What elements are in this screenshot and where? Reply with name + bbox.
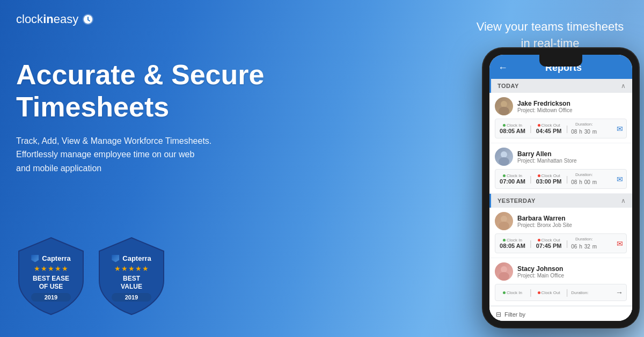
badges-container: Capterra ★★★★★ BEST EASE OF USE 2019 Cap…	[16, 235, 166, 316]
right-header-line1: View your teams timesheets	[477, 20, 624, 33]
arrow-icon-stacy[interactable]: →	[616, 288, 623, 297]
dot-green-icon	[503, 124, 506, 127]
email-icon-barbara[interactable]: ✉	[617, 239, 623, 248]
clockout-label-barry: Clock Out	[538, 173, 560, 178]
project-barry: Project: Manhattan Store	[517, 158, 577, 164]
divider-7: |	[530, 288, 532, 297]
info-jake: Jake Fredrickson Project: Midtown Office	[517, 100, 573, 113]
duration-value-barbara: 06 h 32 m	[571, 241, 597, 250]
duration-label-barbara: Duration:	[575, 237, 592, 241]
duration-barbara: Duration: 06 h 32 m	[571, 237, 597, 250]
duration-label-jake: Duration:	[575, 122, 592, 127]
badge-best-ease: Capterra ★★★★★ BEST EASE OF USE 2019	[16, 235, 86, 316]
svg-point-3	[499, 157, 509, 166]
divider-3: |	[530, 175, 532, 184]
info-stacy: Stacy Johnson Project: Main Office	[517, 265, 564, 279]
card-top-stacy: Stacy Johnson Project: Main Office	[495, 262, 627, 281]
section-yesterday: YESTERDAY ∧	[489, 194, 632, 208]
clockout-label-jake: Clock Out	[538, 123, 560, 128]
filter-icon: ⊟	[496, 311, 501, 318]
clockin-barry: Clock In 07:00 AM	[499, 173, 526, 185]
capterra-flag-icon-2	[112, 255, 119, 262]
avatar-barbara	[495, 212, 513, 230]
section-yesterday-label: YESTERDAY	[497, 197, 536, 204]
logo-text-start: clock	[16, 12, 43, 26]
capterra-flag-icon-1	[31, 255, 39, 262]
main-container: clockineasy Accurate & Secure Timesheets…	[0, 0, 644, 337]
duration-jake: Duration: 08 h 30 m	[571, 122, 597, 135]
back-button[interactable]: ←	[498, 62, 508, 74]
capterra-text-2: Capterra	[122, 254, 151, 262]
section-yesterday-chevron[interactable]: ∧	[621, 197, 626, 204]
filter-bar: ⊟ Filter by	[489, 306, 632, 321]
badge-title-2b: VALUE	[112, 283, 151, 290]
section-today-chevron[interactable]: ∧	[621, 82, 626, 90]
divider-8: |	[566, 288, 568, 297]
duration-stacy: Duration:	[571, 290, 588, 295]
svg-point-7	[499, 272, 509, 281]
filter-text: Filter by	[504, 311, 525, 318]
divider-4: |	[566, 175, 568, 184]
badge-content-2: Capterra ★★★★★ BEST VALUE 2019	[112, 249, 151, 302]
clockin-label-stacy: Clock In	[503, 290, 522, 295]
email-icon-jake[interactable]: ✉	[617, 124, 623, 133]
badge-logo-1: Capterra	[31, 254, 70, 262]
clockout-time-barbara: 07:45 PM	[536, 243, 562, 249]
badge-title-2: BEST	[112, 275, 151, 282]
divider-5: |	[530, 239, 532, 248]
badge-best-value: Capterra ★★★★★ BEST VALUE 2019	[97, 235, 166, 316]
clockin-label-jake: Clock In	[503, 123, 522, 128]
clockout-label-stacy: Clock Out	[538, 290, 560, 295]
duration-barry: Duration: 08 h 00 m	[571, 172, 597, 186]
badge-title-1: BEST EASE	[31, 275, 70, 282]
badge-year-2: 2019	[112, 293, 151, 302]
avatar-barry	[495, 148, 513, 166]
project-stacy: Project: Main Office	[517, 273, 564, 279]
name-barry: Barry Allen	[517, 150, 577, 158]
info-barbara: Barbara Warren Project: Bronx Job Site	[517, 215, 572, 228]
hero-subtitle: Track, Add, View & Manage Workforce Time…	[16, 134, 220, 175]
project-barbara: Project: Bronx Job Site	[517, 222, 572, 228]
logo-text-bold: in	[43, 12, 54, 26]
avatar-stacy	[495, 262, 513, 281]
logo-text-end: easy	[54, 12, 78, 26]
section-today: TODAY ∧	[489, 79, 632, 93]
clockout-time-jake: 04:45 PM	[536, 128, 562, 134]
card-top-barbara: Barbara Warren Project: Bronx Job Site	[495, 212, 627, 230]
clockout-barbara: Clock Out 07:45 PM	[535, 238, 563, 249]
duration-value-jake: 08 h 30 m	[571, 127, 597, 135]
divider-6: |	[566, 239, 568, 248]
duration-value-barry: 08 h 00 m	[571, 177, 597, 186]
times-barry: Clock In 07:00 AM | Clock Out 03:00 PM	[495, 169, 627, 189]
dot-red-icon	[538, 124, 540, 127]
dot-red-icon-3	[538, 239, 540, 241]
logo-text: clockineasy	[16, 12, 78, 26]
badge-logo-2: Capterra	[112, 254, 151, 262]
svg-point-1	[499, 107, 509, 115]
badge-title-1b: OF USE	[31, 283, 70, 290]
app-content: TODAY ∧ Jake Fredrickson	[489, 79, 632, 321]
times-jake: Clock In 08:05 AM | Clock Out 04:45 PM	[495, 119, 627, 138]
avatar-jake	[495, 97, 513, 115]
svg-point-0	[501, 101, 507, 107]
badge-stars-1: ★★★★★	[31, 265, 70, 273]
capterra-text-1: Capterra	[42, 254, 70, 262]
svg-point-5	[499, 222, 509, 230]
dot-red-icon-4	[538, 291, 540, 294]
phone-mockup: ← Reports TODAY ∧	[483, 48, 639, 327]
card-barry: Barry Allen Project: Manhattan Store Clo…	[489, 143, 632, 193]
hero-title: Accurate & Secure Timesheets	[16, 59, 274, 123]
email-icon-barry[interactable]: ✉	[617, 175, 623, 184]
duration-label-barry: Duration:	[575, 172, 592, 177]
name-jake: Jake Fredrickson	[517, 100, 573, 107]
card-jake: Jake Fredrickson Project: Midtown Office…	[489, 93, 632, 143]
clockout-jake: Clock Out 04:45 PM	[535, 123, 563, 134]
clockin-jake: Clock In 08:05 AM	[499, 123, 526, 134]
badge-content-1: Capterra ★★★★★ BEST EASE OF USE 2019	[31, 249, 70, 302]
clockout-stacy: Clock Out	[535, 290, 563, 295]
hero-content: Accurate & Secure Timesheets Track, Add,…	[16, 59, 274, 175]
times-barbara: Clock In 08:05 AM | Clock Out 07:45 PM	[495, 233, 627, 253]
clockin-time-barbara: 08:05 AM	[500, 243, 525, 249]
name-barbara: Barbara Warren	[517, 215, 572, 222]
svg-point-4	[501, 216, 507, 222]
